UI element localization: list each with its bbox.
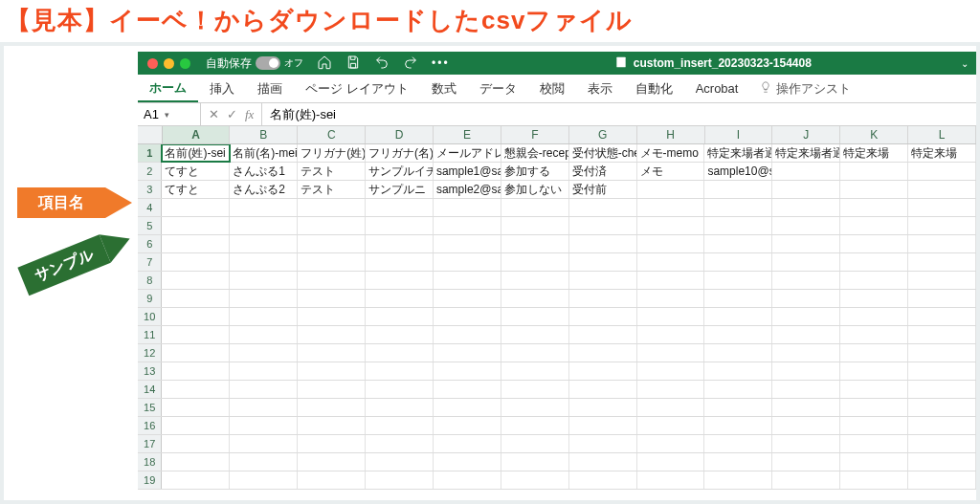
cell[interactable] — [637, 308, 705, 325]
cell[interactable] — [772, 272, 840, 289]
cell[interactable] — [569, 235, 637, 252]
row-header[interactable]: 10 — [138, 308, 162, 325]
fx-icon[interactable]: fx — [245, 107, 254, 122]
cell[interactable] — [501, 199, 569, 216]
column-header[interactable]: J — [772, 126, 840, 143]
cell[interactable] — [162, 471, 230, 489]
row-header[interactable]: 2 — [138, 163, 162, 180]
cell[interactable] — [230, 199, 298, 216]
cell[interactable] — [569, 471, 637, 489]
cell[interactable]: 受付済 — [569, 163, 637, 180]
cell[interactable] — [704, 199, 772, 216]
cell[interactable] — [772, 435, 840, 452]
cell[interactable] — [162, 235, 230, 252]
cell[interactable] — [772, 344, 840, 362]
redo-icon[interactable] — [403, 55, 418, 73]
column-header[interactable]: L — [908, 126, 976, 143]
cell[interactable] — [230, 326, 298, 343]
cell[interactable] — [298, 399, 366, 416]
cell[interactable] — [637, 453, 705, 471]
row-header[interactable]: 6 — [138, 235, 162, 252]
name-box[interactable]: A1 ▾ — [138, 103, 201, 125]
row-header[interactable]: 12 — [138, 344, 162, 362]
cell[interactable] — [230, 344, 298, 362]
cell[interactable] — [908, 453, 976, 471]
cell[interactable]: てすと — [162, 181, 230, 198]
cell[interactable] — [298, 417, 366, 434]
column-header[interactable]: H — [637, 126, 705, 143]
cell[interactable] — [704, 253, 772, 271]
cell[interactable] — [637, 435, 705, 452]
cell[interactable] — [366, 417, 434, 434]
cell[interactable] — [434, 362, 501, 380]
cell[interactable]: フリガナ(姓) — [298, 144, 366, 162]
cell[interactable] — [162, 399, 230, 416]
cell[interactable] — [434, 290, 501, 307]
cell[interactable]: さんぷる2 — [230, 181, 298, 198]
cell[interactable] — [637, 326, 705, 343]
cell[interactable] — [840, 272, 908, 289]
cell[interactable] — [501, 217, 569, 234]
ribbon-tab[interactable]: Acrobat — [684, 75, 750, 102]
cell[interactable] — [908, 326, 976, 343]
cell[interactable] — [162, 381, 230, 398]
row-header[interactable]: 16 — [138, 417, 162, 434]
cell[interactable] — [637, 399, 705, 416]
cell[interactable]: 特定来場者通 — [772, 144, 840, 162]
cell[interactable] — [772, 181, 840, 198]
row-header[interactable]: 14 — [138, 381, 162, 398]
auto-save-toggle[interactable]: 自動保存 オフ — [206, 55, 303, 72]
cell[interactable]: メモ-memo — [637, 144, 705, 162]
cell[interactable] — [434, 199, 501, 216]
cell[interactable] — [569, 290, 637, 307]
cell[interactable] — [162, 362, 230, 380]
cell[interactable] — [637, 417, 705, 434]
cell[interactable] — [908, 435, 976, 452]
cell[interactable] — [908, 399, 976, 416]
cell[interactable] — [704, 308, 772, 325]
ribbon-tab[interactable]: データ — [468, 75, 528, 102]
cell[interactable] — [230, 308, 298, 325]
cell[interactable] — [434, 235, 501, 252]
cell[interactable] — [772, 235, 840, 252]
cell[interactable] — [230, 399, 298, 416]
cell[interactable]: 懇親会-recep — [501, 144, 569, 162]
cell[interactable] — [840, 308, 908, 325]
cell[interactable] — [162, 344, 230, 362]
spreadsheet-grid[interactable]: ABCDEFGHIJKL 1名前(姓)-sei名前(名)-meiフリガナ(姓)フ… — [138, 126, 976, 500]
cell[interactable] — [434, 399, 501, 416]
cell[interactable] — [840, 399, 908, 416]
cell[interactable] — [840, 417, 908, 434]
cell[interactable] — [840, 253, 908, 271]
cell[interactable] — [569, 417, 637, 434]
cell[interactable] — [772, 417, 840, 434]
cell[interactable] — [772, 253, 840, 271]
home-icon[interactable] — [317, 55, 332, 73]
row-header[interactable]: 1 — [138, 144, 162, 162]
cell[interactable] — [298, 253, 366, 271]
cell[interactable] — [908, 199, 976, 216]
cell[interactable] — [366, 362, 434, 380]
cell[interactable] — [434, 381, 501, 398]
cell[interactable] — [772, 471, 840, 489]
cell[interactable]: 参加しない — [501, 181, 569, 198]
cell[interactable]: メールアドレ — [434, 144, 501, 162]
cell[interactable] — [637, 217, 705, 234]
cell[interactable] — [569, 326, 637, 343]
cell[interactable] — [434, 435, 501, 452]
cell[interactable] — [569, 344, 637, 362]
fullscreen-window-button[interactable] — [180, 58, 190, 69]
cell[interactable] — [230, 435, 298, 452]
cell[interactable] — [501, 381, 569, 398]
cell[interactable] — [569, 453, 637, 471]
cell[interactable]: sample1@sam — [434, 163, 501, 180]
cell[interactable] — [298, 235, 366, 252]
cell[interactable] — [569, 362, 637, 380]
cell[interactable] — [637, 253, 705, 271]
cell[interactable] — [840, 362, 908, 380]
cell[interactable] — [366, 435, 434, 452]
cell[interactable] — [840, 344, 908, 362]
cell[interactable] — [569, 253, 637, 271]
cell[interactable] — [704, 417, 772, 434]
cell[interactable] — [298, 217, 366, 234]
